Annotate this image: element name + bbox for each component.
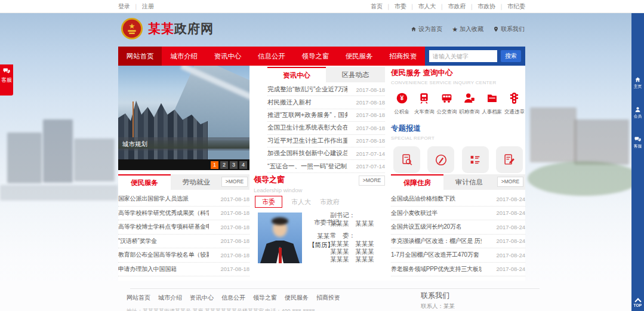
footer-address: 地址：某某某某街道某某号 某座 某某某某某某号楼某某室 电话：400-888-8… bbox=[127, 307, 315, 311]
footer-link[interactable]: 资讯中心 bbox=[190, 294, 214, 302]
news-item[interactable]: 全国卫生计生系统表彰大会在京召开2017-08-18 bbox=[267, 122, 385, 134]
tab-district-news[interactable]: 区县动态 bbox=[326, 67, 385, 82]
list-item[interactable]: 国家公派出国留学人员选派2017-08-18 bbox=[118, 192, 249, 207]
topbar-link-renda[interactable]: 市人大 bbox=[418, 2, 436, 11]
sidebar-home-button[interactable]: 主页 bbox=[631, 76, 644, 90]
tab-audit[interactable]: 审计信息 bbox=[443, 178, 495, 187]
list-item[interactable]: 高等学校博士学科点专项科研基金申请2017-08-18 bbox=[118, 220, 249, 235]
fund-coin-icon: ¥ bbox=[396, 92, 408, 104]
service-archives[interactable]: 人事档案 bbox=[481, 92, 503, 116]
service-bus[interactable]: 公交查询 bbox=[436, 92, 458, 116]
nav-item-city[interactable]: 城市介绍 bbox=[162, 47, 205, 66]
leadership-subtitle: Leadership window bbox=[254, 187, 385, 193]
pager-dot-1[interactable]: 1 bbox=[211, 161, 218, 169]
news-item-date: 2017-08-18 bbox=[356, 125, 385, 131]
news-item[interactable]: 习近平对卫生计生工作作出重要指示2017-08-18 bbox=[267, 135, 385, 147]
search-button[interactable]: 搜索 bbox=[501, 50, 521, 62]
left-support-tag[interactable]: 客服 bbox=[0, 64, 13, 96]
tab-employment[interactable]: 劳动就业 bbox=[171, 178, 222, 187]
topbar-link-shiwei[interactable]: 市委 bbox=[395, 2, 406, 11]
nav-item-news[interactable]: 资讯中心 bbox=[206, 47, 249, 66]
news-item-title: 村民搬迁入新村 bbox=[267, 98, 312, 107]
chat-icon bbox=[634, 136, 641, 143]
login-link[interactable]: 登录 bbox=[118, 3, 130, 10]
nav-item-disclosure[interactable]: 信息公开 bbox=[249, 47, 293, 66]
sidebar-member-button[interactable]: 会员 bbox=[631, 106, 644, 119]
list-item[interactable]: 全国小麦收获过半2017-08-24 bbox=[391, 207, 525, 221]
news-item[interactable]: 村民搬迁入新村2017-08-18 bbox=[267, 96, 385, 109]
list-item[interactable]: 申请办理加入中国国籍2017-08-18 bbox=[118, 263, 249, 277]
register-link[interactable]: 注册 bbox=[142, 3, 154, 10]
tab-news-center[interactable]: 资讯中心 bbox=[267, 67, 326, 82]
housing-more-button[interactable]: >MORE bbox=[497, 177, 523, 187]
footer-link[interactable]: 便民服务 bbox=[285, 294, 309, 302]
location-pin-icon bbox=[493, 26, 499, 32]
convenience-more-button[interactable]: >MORE bbox=[221, 177, 248, 187]
footer-link[interactable]: 信息公开 bbox=[221, 294, 245, 302]
contact-link[interactable]: 联系我们 bbox=[493, 25, 525, 33]
back-to-top-button[interactable]: TOP bbox=[631, 299, 644, 308]
list-item[interactable]: 高等学校科学研究优秀成果奖（科学技术）2017-08-18 bbox=[118, 207, 249, 221]
carousel-caption: 城市规划 bbox=[118, 137, 249, 150]
nav-item-investment[interactable]: 招商投资 bbox=[381, 47, 425, 66]
photo-carousel[interactable]: 城市规划 1 2 3 4 bbox=[118, 66, 249, 170]
news-item-date: 2017-08-18 bbox=[356, 99, 385, 106]
pager-dot-2[interactable]: 2 bbox=[220, 161, 228, 169]
traffic-light-icon bbox=[508, 92, 520, 104]
footer-link[interactable]: 网站首页 bbox=[127, 294, 150, 302]
services-title: 便民服务 查询中心 bbox=[391, 68, 525, 78]
services-subtitle: CONVENIENCE SERVICE INQUIRY CENTER bbox=[391, 80, 525, 85]
svg-text:¥: ¥ bbox=[400, 94, 403, 101]
service-fund[interactable]: ¥ 公积金 bbox=[391, 92, 412, 116]
leader-portrait-photo[interactable] bbox=[258, 213, 302, 263]
tab-shirenda[interactable]: 市人大 bbox=[291, 198, 311, 207]
list-item[interactable]: 全国共设五级河长约20万名2017-08-24 bbox=[391, 220, 525, 235]
footer-nav: 网站首页 城市介绍 资讯中心 信息公开 领导之窗 便民服务 招商投资 bbox=[127, 294, 340, 302]
housing-section: 保障住房 审计信息 >MORE 全国成品油价格指数下跌2017-08-24 全国… bbox=[391, 174, 525, 276]
list-item[interactable]: 教育部公布全国高等学校名单（较新）2017-08-18 bbox=[118, 248, 249, 263]
topbar-link-home[interactable]: 首页 bbox=[371, 2, 383, 11]
search-input[interactable] bbox=[429, 50, 497, 62]
set-home-link[interactable]: 设为首页 bbox=[411, 25, 442, 33]
service-train[interactable]: 火车查询 bbox=[414, 92, 435, 116]
list-item[interactable]: 养老服务领域PPP优先支持三大板块2017-08-24 bbox=[391, 263, 525, 277]
service-traffic[interactable]: 交通违章 bbox=[504, 92, 525, 116]
leadership-more-button[interactable]: >MORE bbox=[359, 175, 385, 186]
news-item[interactable]: 加强全国科技创新中心建设总体方案的通知2017-07-14 bbox=[267, 147, 385, 160]
footer-link[interactable]: 领导之窗 bbox=[253, 294, 277, 302]
topbar-link-jiwei[interactable]: 市纪委 bbox=[507, 2, 525, 11]
pager-dot-4[interactable]: 4 bbox=[239, 161, 247, 169]
home-icon bbox=[411, 26, 417, 32]
sidebar-support-button[interactable]: 客服 bbox=[631, 136, 644, 149]
news-item[interactable]: 完成整治“散乱污”企业近7万家2017-08-18 bbox=[267, 84, 385, 96]
government-portal-page: 登录｜注册 首页｜ 市委｜ 市人大｜ 市政府｜ 市政协｜ 市纪委 ★ 某某政府网… bbox=[0, 0, 644, 311]
tab-shiwei[interactable]: 市委 bbox=[255, 196, 282, 208]
nav-item-services[interactable]: 便民服务 bbox=[337, 47, 381, 66]
favorite-link[interactable]: ★ 加入收藏 bbox=[452, 25, 483, 33]
footer-link[interactable]: 招商投资 bbox=[316, 294, 340, 302]
list-item[interactable]: 李克强谈棚户区改造：棚户区是 历史欠账.2017-08-24 bbox=[391, 235, 525, 249]
nav-item-leaders[interactable]: 领导之窗 bbox=[294, 47, 337, 66]
news-item[interactable]: 推进“互联网+政务服务”，国务院这些举措2017-08-18 bbox=[267, 109, 385, 122]
footer-contact-person: 联系人：某某 bbox=[421, 303, 455, 310]
tab-convenience[interactable]: 便民服务 bbox=[118, 174, 171, 190]
topbar-link-zhengfu[interactable]: 市政府 bbox=[448, 2, 466, 11]
topbar-link-zhengxie[interactable]: 市政协 bbox=[477, 2, 495, 11]
tab-housing[interactable]: 保障住房 bbox=[391, 174, 443, 190]
list-item[interactable]: 全国成品油价格指数下跌2017-08-24 bbox=[391, 192, 525, 207]
archive-folder-icon bbox=[486, 92, 498, 104]
list-item[interactable]: “汉语桥”奖学金2017-08-18 bbox=[118, 235, 249, 249]
pager-dot-3[interactable]: 3 bbox=[230, 161, 238, 169]
footer-divider bbox=[130, 288, 540, 289]
deputy-names: 某某某 某某某 bbox=[330, 220, 374, 228]
tab-shizhengfu[interactable]: 市政府 bbox=[320, 198, 340, 207]
news-item-title: 推进“互联网+政务服务”，国务院这些举措 bbox=[267, 111, 347, 119]
service-title-check[interactable]: 职称查询 bbox=[458, 92, 480, 116]
news-item[interactable]: “五证合一、一照一码”登记制度改革的通知2017-07-14 bbox=[267, 160, 385, 173]
list-item[interactable]: 1-7月全国棚户区改造开工470万套2017-08-24 bbox=[391, 248, 525, 263]
nav-item-home[interactable]: 网站首页 bbox=[118, 47, 162, 66]
footer-link[interactable]: 城市介绍 bbox=[158, 294, 182, 302]
svg-text:★: ★ bbox=[128, 22, 135, 30]
site-logo[interactable]: ★ 某某政府网 bbox=[121, 17, 214, 40]
utility-topbar: 登录｜注册 首页｜ 市委｜ 市人大｜ 市政府｜ 市政协｜ 市纪委 bbox=[0, 0, 644, 13]
